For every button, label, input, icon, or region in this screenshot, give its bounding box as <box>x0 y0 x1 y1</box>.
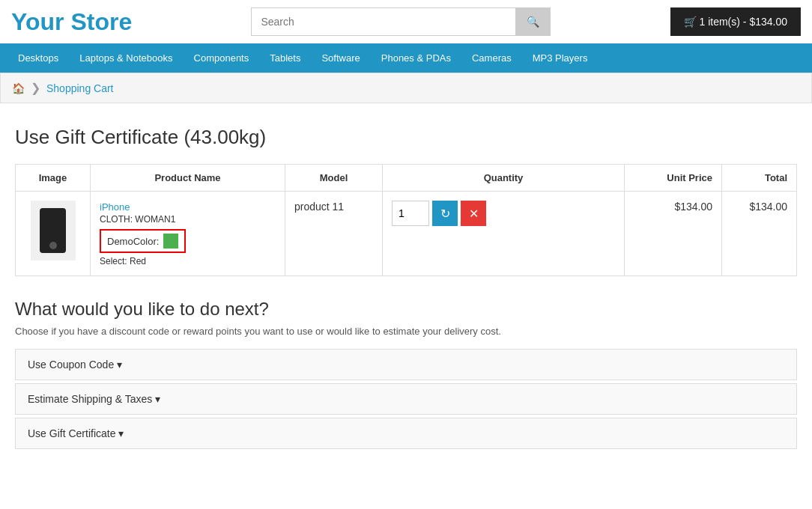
cart-button[interactable]: 🛒 1 item(s) - $134.00 <box>670 7 801 36</box>
refresh-icon: ↻ <box>440 207 450 221</box>
product-cloth: CLOTH: WOMAN1 <box>100 214 276 225</box>
nav-phones[interactable]: Phones & PDAs <box>371 43 461 73</box>
color-swatch-green <box>163 234 178 249</box>
demo-color-box: DemoColor: <box>100 229 186 253</box>
search-input[interactable] <box>251 7 515 36</box>
remove-icon: ✕ <box>469 207 479 221</box>
quantity-area: ↻ ✕ <box>392 201 615 226</box>
quantity-remove-button[interactable]: ✕ <box>461 201 486 226</box>
shipping-label: Estimate Shipping & Taxes ▾ <box>28 393 160 405</box>
col-header-total: Total <box>722 165 797 192</box>
home-icon[interactable]: 🏠 <box>12 82 25 94</box>
nav-laptops[interactable]: Laptops & Notebooks <box>69 43 183 73</box>
product-image <box>31 201 76 260</box>
unit-price-cell: $134.00 <box>625 192 722 276</box>
product-model-cell: product 11 <box>285 192 383 276</box>
breadcrumb-current[interactable]: Shopping Cart <box>46 82 114 94</box>
nav-desktops[interactable]: Desktops <box>7 43 69 73</box>
nav-tablets[interactable]: Tablets <box>259 43 311 73</box>
gift-certificate-label: Use Gift Certificate ▾ <box>28 427 124 439</box>
header: Your Store 🔍 🛒 1 item(s) - $134.00 <box>0 0 812 43</box>
col-header-image: Image <box>16 165 91 192</box>
cart-icon: 🛒 <box>684 16 697 28</box>
cart-table: Image Product Name Model Quantity Unit P… <box>15 164 797 276</box>
demo-color-label: DemoColor: <box>107 236 159 247</box>
what-next-title: What would you like to do next? <box>15 299 797 320</box>
col-header-model: Model <box>285 165 383 192</box>
table-row: iPhone CLOTH: WOMAN1 DemoColor: Select: … <box>16 192 797 276</box>
nav-software[interactable]: Software <box>311 43 370 73</box>
search-icon: 🔍 <box>527 16 539 28</box>
col-header-price: Unit Price <box>625 165 722 192</box>
product-link[interactable]: iPhone <box>100 201 130 213</box>
main-content: Use Gift Certificate (43.00kg) Image Pro… <box>0 118 812 467</box>
quantity-refresh-button[interactable]: ↻ <box>432 201 458 226</box>
breadcrumb-separator: ❯ <box>31 81 40 95</box>
quantity-cell: ↻ ✕ <box>383 192 625 276</box>
coupon-code-header[interactable]: Use Coupon Code ▾ <box>16 350 796 380</box>
product-image-cell <box>16 192 91 276</box>
breadcrumb: 🏠 ❯ Shopping Cart <box>0 73 812 103</box>
shipping-accordion: Estimate Shipping & Taxes ▾ <box>15 383 797 415</box>
shipping-header[interactable]: Estimate Shipping & Taxes ▾ <box>16 384 796 414</box>
col-header-name: Product Name <box>91 165 285 192</box>
what-next-description: Choose if you have a discount code or re… <box>15 326 797 337</box>
col-header-qty: Quantity <box>383 165 625 192</box>
select-color-label: Select: Red <box>100 256 276 266</box>
search-area: 🔍 <box>251 7 551 36</box>
navbar: Desktops Laptops & Notebooks Components … <box>0 43 812 73</box>
gift-certificate-header[interactable]: Use Gift Certificate ▾ <box>16 418 796 448</box>
nav-mp3[interactable]: MP3 Players <box>522 43 599 73</box>
nav-components[interactable]: Components <box>184 43 260 73</box>
total-cell: $134.00 <box>722 192 797 276</box>
gift-certificate-accordion: Use Gift Certificate ▾ <box>15 418 797 449</box>
coupon-code-accordion: Use Coupon Code ▾ <box>15 349 797 380</box>
product-name-cell: iPhone CLOTH: WOMAN1 DemoColor: Select: … <box>91 192 285 276</box>
search-button[interactable]: 🔍 <box>515 7 551 36</box>
page-title: Use Gift Certificate (43.00kg) <box>15 126 797 149</box>
store-title[interactable]: Your Store <box>11 8 132 36</box>
nav-cameras[interactable]: Cameras <box>461 43 522 73</box>
quantity-input[interactable] <box>392 201 429 226</box>
phone-image-icon <box>40 208 66 253</box>
coupon-code-label: Use Coupon Code ▾ <box>28 359 122 371</box>
